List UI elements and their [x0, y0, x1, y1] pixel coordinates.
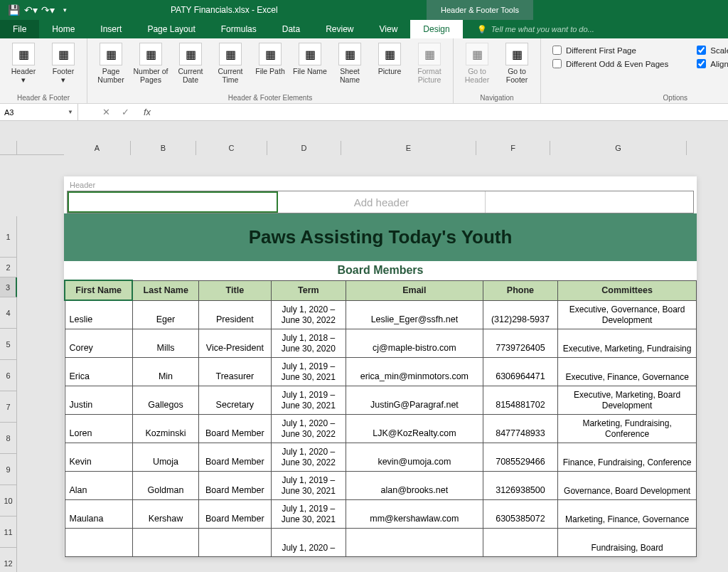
cell[interactable]: 7739726405: [483, 329, 557, 357]
cell[interactable]: Min: [132, 357, 198, 386]
cell[interactable]: Loren: [65, 414, 132, 443]
cell[interactable]: mm@kershawlaw.com: [346, 499, 483, 528]
cell[interactable]: [132, 528, 198, 556]
cell[interactable]: [65, 528, 132, 556]
cell[interactable]: Kevin: [65, 443, 132, 471]
tab-file[interactable]: File: [0, 20, 39, 38]
file-name-button[interactable]: ▦File Name: [291, 41, 329, 85]
diff-odd-checkbox[interactable]: Different Odd & Even Pages: [552, 59, 668, 68]
cell[interactable]: 6305385072: [483, 499, 557, 528]
cell[interactable]: 8154881702: [483, 386, 557, 414]
cell[interactable]: alan@brooks.net: [346, 471, 483, 499]
cell[interactable]: July 1, 2020 – June 30, 2022: [271, 300, 346, 329]
cell[interactable]: Maulana: [65, 499, 132, 528]
qat-customize-icon[interactable]: ▾: [57, 2, 73, 18]
table-row[interactable]: AlanGoldmanBoard MemberJuly 1, 2019 – Ju…: [65, 471, 697, 499]
board-members-table[interactable]: First NameLast NameTitleTermEmailPhoneCo…: [64, 280, 697, 557]
num-pages-button[interactable]: ▦Number of Pages: [132, 41, 170, 85]
cell[interactable]: Corey: [65, 329, 132, 357]
cell[interactable]: Executive, Finance, Governance: [558, 357, 697, 386]
cell[interactable]: 8477748933: [483, 414, 557, 443]
cell[interactable]: July 1, 2019 – June 30, 2021: [271, 386, 346, 414]
tab-page-layout[interactable]: Page Layout: [134, 20, 208, 38]
col-phone[interactable]: Phone: [483, 280, 557, 300]
save-icon[interactable]: 💾: [6, 2, 21, 18]
header-left-box[interactable]: [68, 191, 278, 213]
cell[interactable]: Goldman: [132, 471, 198, 499]
tab-insert[interactable]: Insert: [87, 20, 134, 38]
cell[interactable]: Executive, Marketing, Board Development: [558, 386, 697, 414]
scale-doc-checkbox[interactable]: Scale with Document: [697, 46, 728, 55]
cell[interactable]: Vice-President: [199, 329, 271, 357]
align-margins-checkbox[interactable]: Align with Page Margins: [697, 59, 728, 68]
cell[interactable]: Kershaw: [132, 499, 198, 528]
header-button[interactable]: ▦Header ▾: [4, 41, 43, 85]
row-header-12[interactable]: 12: [0, 548, 17, 572]
cell[interactable]: 3126938500: [483, 471, 557, 499]
col-header-E[interactable]: E: [341, 141, 476, 155]
row-header-11[interactable]: 11: [0, 517, 17, 548]
row-header-4[interactable]: 4: [0, 297, 17, 329]
footer-button[interactable]: ▦Footer ▾: [44, 41, 82, 85]
row-header-1[interactable]: 1: [0, 216, 17, 258]
cell[interactable]: [199, 528, 271, 556]
table-row[interactable]: EricaMinTreasurerJuly 1, 2019 – June 30,…: [65, 357, 697, 386]
cell[interactable]: Marketing, Fundraising, Conference: [558, 414, 697, 443]
tell-me-search[interactable]: 💡 Tell me what you want to do...: [477, 20, 594, 38]
table-row[interactable]: July 1, 2020 –Fundraising, Board: [65, 528, 697, 556]
table-row[interactable]: JustinGallegosSecretaryJuly 1, 2019 – Ju…: [65, 386, 697, 414]
cell[interactable]: kevin@umoja.com: [346, 443, 483, 471]
cancel-icon[interactable]: ✕: [102, 107, 110, 117]
table-row[interactable]: LeslieEgerPresidentJuly 1, 2020 – June 3…: [65, 300, 697, 329]
header-right-box[interactable]: [486, 191, 693, 213]
cell[interactable]: Eger: [132, 300, 198, 329]
row-header-6[interactable]: 6: [0, 360, 17, 391]
cell[interactable]: July 1, 2020 – June 30, 2022: [271, 443, 346, 471]
tab-design[interactable]: Design: [410, 20, 462, 38]
col-first-name[interactable]: First Name: [65, 280, 132, 300]
cell[interactable]: cj@maple-bistro.com: [346, 329, 483, 357]
header-center-box[interactable]: Add header: [278, 191, 486, 213]
tab-data[interactable]: Data: [269, 20, 313, 38]
cell[interactable]: Secretary: [199, 386, 271, 414]
tab-home[interactable]: Home: [39, 20, 87, 38]
row-header-8[interactable]: 8: [0, 423, 17, 454]
cell[interactable]: Justin: [65, 386, 132, 414]
col-committees[interactable]: Committees: [558, 280, 697, 300]
cell[interactable]: JustinG@Paragraf.net: [346, 386, 483, 414]
chevron-down-icon[interactable]: ▼: [68, 109, 73, 115]
table-row[interactable]: CoreyMillsVice-PresidentJuly 1, 2018 – J…: [65, 329, 697, 357]
cell[interactable]: July 1, 2020 – June 30, 2022: [271, 414, 346, 443]
cell[interactable]: July 1, 2020 –: [271, 528, 346, 556]
row-header-3[interactable]: 3: [0, 277, 17, 297]
cell[interactable]: Board Member: [199, 499, 271, 528]
col-header-C[interactable]: C: [196, 141, 267, 155]
enter-icon[interactable]: ✓: [122, 107, 129, 117]
col-header-B[interactable]: B: [131, 141, 196, 155]
tab-review[interactable]: Review: [313, 20, 366, 38]
cell[interactable]: Erica: [65, 357, 132, 386]
col-email[interactable]: Email: [346, 280, 483, 300]
tab-formulas[interactable]: Formulas: [208, 20, 269, 38]
fx-icon[interactable]: fx: [141, 107, 151, 117]
cell[interactable]: July 1, 2018 – June 30, 2020: [271, 329, 346, 357]
col-header-F[interactable]: F: [476, 141, 550, 155]
cell[interactable]: Alan: [65, 471, 132, 499]
cell[interactable]: Executive, Governance, Board Development: [558, 300, 697, 329]
col-header-G[interactable]: G: [550, 141, 687, 155]
page-number-button[interactable]: ▦Page Number: [92, 41, 130, 85]
table-row[interactable]: LorenKozminskiBoard MemberJuly 1, 2020 –…: [65, 414, 697, 443]
cell[interactable]: July 1, 2019 – June 30, 2021: [271, 471, 346, 499]
cell[interactable]: Mills: [132, 329, 198, 357]
cell[interactable]: Leslie: [65, 300, 132, 329]
table-row[interactable]: MaulanaKershawBoard MemberJuly 1, 2019 –…: [65, 499, 697, 528]
col-header-D[interactable]: D: [267, 141, 341, 155]
redo-icon[interactable]: ↷▾: [40, 2, 55, 18]
tab-view[interactable]: View: [367, 20, 411, 38]
undo-icon[interactable]: ↶▾: [23, 2, 38, 18]
goto-footer-button[interactable]: ▦Go to Footer: [498, 41, 536, 85]
diff-first-checkbox[interactable]: Different First Page: [552, 46, 668, 55]
current-date-button[interactable]: ▦Current Date: [171, 41, 210, 85]
row-header-9[interactable]: 9: [0, 454, 17, 485]
cell[interactable]: Kozminski: [132, 414, 198, 443]
